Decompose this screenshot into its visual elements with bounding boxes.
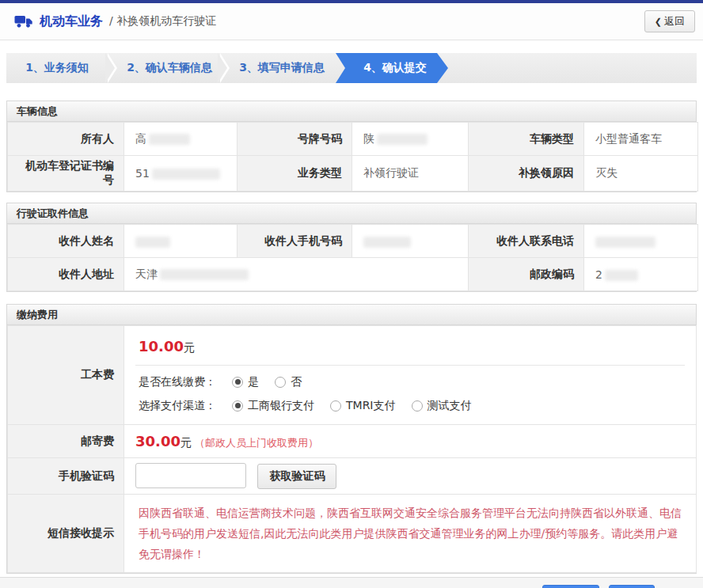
vehicle-info-table: 所有人 高 号牌号码 陕 车辆类型 小型普通客车 机动车登记证书编号 51 业务… (7, 122, 698, 192)
vehicle-info-header: 车辆信息 (7, 101, 696, 122)
field-label: 手机验证码 (8, 458, 124, 495)
value-text: 高 (135, 132, 146, 145)
online-pay-row: 是否在线缴费： 是 否 (135, 375, 685, 389)
payment-header: 缴纳费用 (7, 305, 696, 325)
radio-label: 否 (291, 375, 302, 389)
youji-fee-cell: 30.00元（邮政人员上门收取费用） (124, 425, 697, 458)
pickup-info-header: 行驶证取件信息 (7, 203, 696, 224)
radio-option-no[interactable]: 否 (275, 375, 302, 389)
field-label: 工本费 (8, 326, 124, 425)
field-value: 高 (124, 123, 238, 156)
value-text: 51 (135, 167, 150, 180)
get-code-button[interactable]: 获取验证码 (257, 464, 336, 489)
fee-amount: 30.00 (135, 433, 180, 450)
step-bar: 1、业务须知 2、确认车辆信息 3、填写申请信息 4、确认提交 (6, 53, 697, 83)
step-4-confirm-submit-active: 4、确认提交 (336, 53, 448, 83)
field-value (124, 225, 238, 258)
table-row: 机动车登记证书编号 51 业务类型 补领行驶证 补换领原因 灭失 (8, 156, 698, 192)
field-label: 所有人 (8, 123, 124, 156)
radio-unselected-icon (275, 377, 286, 388)
field-label: 车辆类型 (469, 123, 584, 156)
sms-notice-text: 因陕西省联通、电信运营商技术问题，陕西省互联网交通安全综合服务管理平台无法向持陕… (135, 498, 688, 569)
redacted-value (605, 270, 638, 281)
radio-option-yes[interactable]: 是 (232, 375, 259, 389)
step-2-confirm-vehicle: 2、确认车辆信息 (119, 53, 220, 83)
field-value: 天津 (124, 258, 469, 291)
table-row: 所有人 高 号牌号码 陕 车辆类型 小型普通客车 (8, 123, 698, 156)
pay-channel-row: 选择支付渠道： 工商银行支付 TMRI支付 测试支付 (135, 399, 685, 413)
step-separator (220, 53, 231, 83)
sms-code-input[interactable] (135, 463, 246, 488)
previous-step-button[interactable]: 上一步 (542, 585, 599, 588)
field-value: 灭失 (584, 156, 698, 192)
footer-action-bar: 上一步 完成 (0, 577, 703, 588)
radio-selected-icon (232, 400, 243, 412)
step-3-fill-application: 3、填写申请信息 (231, 53, 332, 83)
table-row: 手机验证码 获取验证码 (8, 458, 697, 495)
field-value: 51 (124, 156, 238, 192)
payment-section: 缴纳费用 工本费 10.00元 是否在线缴费： 是 否 (6, 304, 697, 574)
table-row: 收件人姓名 收件人手机号码 收件人联系电话 (8, 225, 698, 258)
fee-note: （邮政人员上门收取费用） (195, 437, 318, 449)
pay-channel-question: 选择支付渠道： (139, 399, 216, 413)
vehicle-info-section: 车辆信息 所有人 高 号牌号码 陕 车辆类型 小型普通客车 机动车登记证书编号 … (6, 101, 697, 192)
breadcrumb: / 补换领机动车行驶证 (109, 14, 216, 28)
redacted-value (160, 269, 249, 280)
redacted-value (377, 134, 428, 145)
radio-label: TMRI支付 (346, 399, 396, 413)
radio-label: 测试支付 (428, 399, 472, 413)
field-label: 收件人联系电话 (469, 225, 584, 258)
field-label: 号牌号码 (238, 123, 352, 156)
field-value: 2 (584, 258, 698, 291)
back-caret-icon: ❮ (655, 17, 662, 27)
field-label: 收件人手机号码 (238, 225, 352, 258)
pickup-info-section: 行驶证取件信息 收件人姓名 收件人手机号码 收件人联系电话 收件人地址 天津 邮… (6, 203, 697, 292)
fee-amount: 10.00 (139, 338, 184, 355)
field-label: 业务类型 (238, 156, 352, 192)
redacted-value (135, 237, 170, 248)
field-label: 收件人地址 (8, 258, 124, 291)
field-value (584, 225, 698, 258)
table-row: 收件人地址 天津 邮政编码 2 (8, 258, 698, 291)
sms-notice-cell: 因陕西省联通、电信运营商技术问题，陕西省互联网交通安全综合服务管理平台无法向持陕… (124, 495, 697, 573)
field-label: 收件人姓名 (8, 225, 124, 258)
field-label: 邮寄费 (8, 425, 124, 458)
field-label: 补换领原因 (469, 156, 584, 192)
back-button-label: 返回 (664, 14, 685, 28)
page-title: 机动车业务 (40, 13, 103, 30)
redacted-value (152, 169, 220, 180)
radio-selected-icon (232, 377, 243, 388)
table-row: 短信接收提示 因陕西省联通、电信运营商技术问题，陕西省互联网交通安全综合服务管理… (8, 495, 697, 573)
header-title-group: 机动车业务 / 补换领机动车行驶证 (14, 13, 216, 30)
truck-icon (14, 14, 33, 28)
radio-option-test[interactable]: 测试支付 (412, 399, 472, 413)
radio-option-icbc[interactable]: 工商银行支付 (232, 399, 314, 413)
redacted-value (363, 237, 411, 248)
radio-option-tmri[interactable]: TMRI支付 (330, 399, 396, 413)
field-value: 补领行驶证 (352, 156, 469, 192)
field-label: 短信接收提示 (8, 495, 124, 573)
back-button[interactable]: ❮ 返回 (644, 10, 695, 32)
page-header: 机动车业务 / 补换领机动车行驶证 ❮ 返回 (0, 3, 703, 40)
radio-label: 工商银行支付 (248, 399, 314, 413)
finish-button[interactable]: 完成 (609, 585, 655, 588)
redacted-value (149, 134, 190, 145)
payment-table: 工本费 10.00元 是否在线缴费： 是 否 选 (7, 325, 697, 573)
online-pay-question: 是否在线缴费： (139, 375, 216, 389)
fee-unit: 元 (184, 341, 195, 354)
value-text: 2 (595, 268, 602, 281)
field-value: 小型普通客车 (584, 123, 698, 156)
step-1-business-notice: 1、业务须知 (6, 53, 108, 83)
redacted-value (595, 237, 656, 248)
radio-unselected-icon (330, 400, 341, 412)
fee-unit: 元 (180, 436, 192, 449)
field-label: 机动车登记证书编号 (8, 156, 124, 192)
value-text: 陕 (363, 132, 374, 145)
field-label: 邮政编码 (469, 258, 584, 291)
step-separator (108, 53, 119, 83)
pickup-info-table: 收件人姓名 收件人手机号码 收件人联系电话 收件人地址 天津 邮政编码 2 (7, 224, 698, 291)
radio-label: 是 (248, 375, 259, 389)
gongben-amount: 10.00元 (135, 328, 685, 366)
table-row: 邮寄费 30.00元（邮政人员上门收取费用） (8, 425, 697, 458)
captcha-cell: 获取验证码 (124, 458, 697, 495)
